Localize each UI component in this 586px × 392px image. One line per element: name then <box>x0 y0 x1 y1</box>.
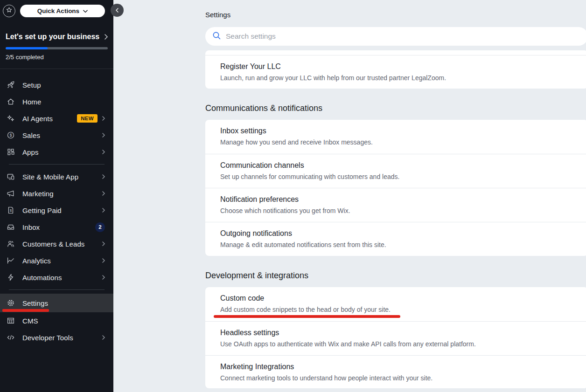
sidebar-item-analytics[interactable]: Analytics <box>0 252 113 269</box>
search-icon <box>212 31 221 42</box>
settings-item-marketing-integrations[interactable]: Marketing Integrations Connect marketing… <box>205 355 586 388</box>
sidebar-item-developer-tools[interactable]: Developer Tools <box>0 329 113 346</box>
quick-actions-button[interactable]: Quick Actions <box>20 5 105 17</box>
chevron-right-icon <box>102 241 105 246</box>
settings-item-title: Notification preferences <box>220 194 573 205</box>
settings-item-inbox-settings[interactable]: Inbox settings Manage how you send and r… <box>205 120 586 154</box>
rocket-icon <box>6 81 15 89</box>
sidebar-nav: Setup Home AI Agents NEW <box>0 69 113 346</box>
settings-card-partial: Register Your LLC Launch, run and grow y… <box>205 50 586 89</box>
inbox-unread-badge: 2 <box>95 222 105 232</box>
settings-item-custom-code[interactable]: Custom code Add custom code snippets to … <box>205 287 586 321</box>
settings-item-description: Manage how you send and receive Inbox me… <box>220 138 573 147</box>
sidebar-item-label: Sales <box>22 131 40 139</box>
line-chart-icon <box>6 256 15 265</box>
page-title: Settings <box>205 11 230 19</box>
setup-progress-fill <box>6 47 48 49</box>
chevron-down-icon <box>83 7 88 14</box>
sidebar-item-label: Apps <box>22 148 39 156</box>
settings-item-notification-preferences[interactable]: Notification preferences Choose which no… <box>205 188 586 222</box>
sidebar-item-customers-leads[interactable]: Customers & Leads <box>0 235 113 252</box>
sidebar-item-label: Setup <box>22 81 41 89</box>
code-icon <box>6 333 15 342</box>
setup-progress-bar <box>6 47 108 49</box>
settings-item-title: Headless settings <box>220 328 573 338</box>
sidebar-item-marketing[interactable]: Marketing <box>0 185 113 202</box>
sidebar-divider <box>9 289 105 290</box>
table-icon <box>6 316 15 325</box>
sidebar-item-site-mobile-app[interactable]: Site & Mobile App <box>0 168 113 185</box>
megaphone-icon <box>6 189 15 198</box>
sidebar-item-sales[interactable]: $ Sales <box>0 127 113 144</box>
sidebar-item-label: CMS <box>22 317 38 325</box>
settings-item-description: Choose which notifications you get from … <box>220 206 573 215</box>
search-input[interactable] <box>226 32 586 41</box>
sidebar-divider <box>9 164 105 165</box>
sparkles-icon <box>6 114 15 123</box>
quick-actions-label: Quick Actions <box>37 7 79 14</box>
settings-item-title: Outgoing notifications <box>220 228 573 239</box>
chevron-left-icon <box>116 6 119 14</box>
sidebar-item-ai-agents[interactable]: AI Agents NEW <box>0 110 113 127</box>
section-heading-development: Development & integrations <box>205 271 308 281</box>
chevron-right-icon <box>102 191 105 196</box>
sidebar: Quick Actions Let's set up your business… <box>0 0 113 392</box>
sidebar-item-setup[interactable]: Setup <box>0 76 113 93</box>
settings-page: Settings Register Your LLC Launch, run a… <box>113 0 586 392</box>
chevron-right-icon <box>102 208 105 213</box>
people-icon <box>6 240 15 248</box>
sidebar-item-settings[interactable]: Settings <box>0 294 113 312</box>
settings-item-title: Communication channels <box>220 160 573 171</box>
sidebar-item-label: Inbox <box>22 223 40 231</box>
sidebar-item-inbox[interactable]: Inbox 2 <box>0 219 113 235</box>
devices-icon <box>6 172 15 181</box>
settings-item-outgoing-notifications[interactable]: Outgoing notifications Manage & edit aut… <box>205 222 586 256</box>
cut-off-row <box>205 50 586 55</box>
settings-item-description: Launch, run and grow your LLC with help … <box>220 73 573 83</box>
settings-item-register-llc[interactable]: Register Your LLC Launch, run and grow y… <box>205 55 586 88</box>
star-icon <box>6 7 13 15</box>
sidebar-item-label: Settings <box>22 299 48 307</box>
settings-item-communication-channels[interactable]: Communication channels Set up channels f… <box>205 154 586 188</box>
apps-grid-icon <box>6 148 15 156</box>
favorites-button[interactable] <box>3 5 15 17</box>
sidebar-item-label: Automations <box>22 274 62 282</box>
setup-banner[interactable]: Let's set up your business 2/5 completed <box>0 21 113 61</box>
lightning-icon <box>6 273 15 282</box>
sidebar-item-home[interactable]: Home <box>0 93 113 110</box>
sidebar-item-label: Analytics <box>22 257 51 265</box>
settings-item-description: Set up channels for communicating with c… <box>220 172 573 181</box>
setup-progress-label: 2/5 completed <box>6 54 108 61</box>
invoice-icon: $ <box>6 206 15 214</box>
home-icon <box>6 97 15 106</box>
sidebar-item-label: Developer Tools <box>22 334 73 342</box>
svg-text:$: $ <box>10 133 12 138</box>
inbox-icon <box>6 223 15 231</box>
sidebar-item-getting-paid[interactable]: $ Getting Paid <box>0 202 113 219</box>
settings-item-title: Marketing Integrations <box>220 362 573 372</box>
settings-item-title: Register Your LLC <box>220 62 573 72</box>
sidebar-item-automations[interactable]: Automations <box>0 269 113 286</box>
chevron-right-icon <box>102 258 105 263</box>
chevron-right-icon <box>105 34 108 40</box>
sidebar-item-label: Getting Paid <box>22 206 62 214</box>
chevron-right-icon <box>102 335 105 340</box>
chevron-right-icon <box>102 174 105 179</box>
settings-item-description: Manage & edit automated notifications se… <box>220 240 573 249</box>
chevron-right-icon <box>102 275 105 280</box>
chevron-right-icon <box>102 150 105 154</box>
sidebar-item-label: Home <box>22 98 41 106</box>
chevron-right-icon <box>102 116 105 121</box>
svg-text:$: $ <box>10 208 12 213</box>
settings-item-headless-settings[interactable]: Headless settings Use OAuth apps to auth… <box>205 321 586 355</box>
sidebar-item-apps[interactable]: Apps <box>0 144 113 160</box>
setup-banner-title: Let's set up your business <box>6 33 99 41</box>
settings-item-description: Add custom code snippets to the head or … <box>220 305 573 314</box>
sidebar-item-cms[interactable]: CMS <box>0 312 113 329</box>
sidebar-top: Quick Actions <box>0 0 113 21</box>
settings-item-title: Custom code <box>220 293 573 303</box>
collapse-sidebar-button[interactable] <box>111 4 124 17</box>
annotation-underline-settings <box>2 309 49 312</box>
settings-item-title: Inbox settings <box>220 126 573 136</box>
settings-search-bar[interactable] <box>205 27 586 46</box>
